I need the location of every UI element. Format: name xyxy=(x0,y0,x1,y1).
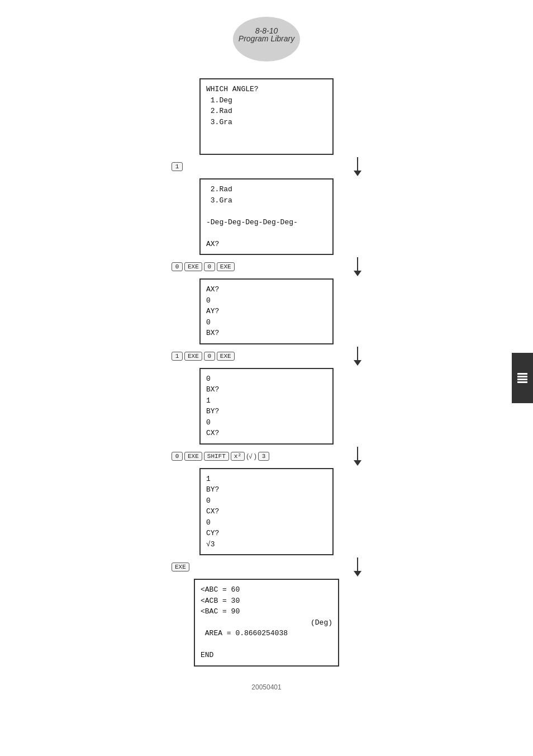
screen6: <ABC = 60 <ACB = 30 <BAC = 90 (Deg) AREA… xyxy=(194,579,339,667)
step1-arrow xyxy=(354,157,361,176)
header-circle: 8-8-10 Program Library xyxy=(233,17,300,62)
footer: 20050401 xyxy=(0,667,533,691)
screen6-line3: <BAC = 90 xyxy=(201,606,332,617)
step4-arrow xyxy=(354,447,361,466)
key-x2: x² xyxy=(231,452,245,461)
key-sqrt-label: (√ ) xyxy=(246,452,256,460)
key-exe3: EXE xyxy=(184,352,202,361)
screen5-line3: 0 xyxy=(206,495,327,507)
step5-arrow xyxy=(354,557,361,577)
screen3-wrap: AX? 0 AY? 0 BX? xyxy=(172,278,361,344)
step3-arrow xyxy=(354,347,361,366)
page-header: 8-8-10 Program Library xyxy=(0,0,533,73)
key-shift: SHIFT xyxy=(204,452,229,461)
screen2-line1: 2.Rad xyxy=(206,184,327,195)
page-id: 8-8-10 xyxy=(233,27,300,35)
screen3-line4: 0 xyxy=(206,317,327,328)
screen6-wrap: <ABC = 60 <ACB = 30 <BAC = 90 (Deg) AREA… xyxy=(172,579,361,667)
screen1-line4: 3.Gra xyxy=(206,117,327,128)
key-0b: 0 xyxy=(204,262,215,271)
screen2-wrap: 2.Rad 3.Gra -Deg-Deg-Deg-Deg-Deg- AX? xyxy=(172,178,361,255)
step5-row: EXE xyxy=(172,557,361,577)
step2-row: 0 EXE 0 EXE xyxy=(172,257,361,276)
screen5-line6: CY? xyxy=(206,528,327,539)
screen6-line4: (Deg) xyxy=(201,617,332,629)
key-1: 1 xyxy=(172,162,183,171)
screen2-line6: AX? xyxy=(206,239,327,250)
screen2-line5 xyxy=(206,228,327,239)
screen3-line1: AX? xyxy=(206,284,327,295)
date-code: 20050401 xyxy=(251,683,281,691)
screen6-line5: AREA = 0.8660254038 xyxy=(201,628,332,639)
key-0a: 0 xyxy=(172,262,183,271)
step3-keys: 1 EXE 0 EXE xyxy=(172,352,235,361)
key-exe1: EXE xyxy=(184,262,202,271)
screen1: WHICH ANGLE? 1.Deg 2.Rad 3.Gra xyxy=(199,78,334,155)
step4-keys: 0 EXE SHIFT x² (√ ) 3 xyxy=(172,452,269,461)
key-exe5: EXE xyxy=(184,452,202,461)
screen6-line2: <ACB = 30 xyxy=(201,596,332,607)
screen5-wrap: 1 BY? 0 CX? 0 CY? √3 xyxy=(172,468,361,556)
screen5-line7: √3 xyxy=(206,539,327,550)
screen4-wrap: 0 BX? 1 BY? 0 CX? xyxy=(172,368,361,445)
main-content: WHICH ANGLE? 1.Deg 2.Rad 3.Gra 1 2.Rad 3… xyxy=(0,73,533,667)
screen6-spacer xyxy=(201,639,332,650)
screen4-line3: 1 xyxy=(206,395,327,407)
page-subtitle: Program Library xyxy=(233,35,300,42)
screen3: AX? 0 AY? 0 BX? xyxy=(199,278,334,344)
calculator-icon xyxy=(517,373,527,383)
screen4-line1: 0 xyxy=(206,374,327,385)
screen2-line4: -Deg-Deg-Deg-Deg-Deg- xyxy=(206,217,327,228)
screen3-line3: AY? xyxy=(206,306,327,317)
step2-arrow xyxy=(354,257,361,276)
screen1-line3: 2.Rad xyxy=(206,106,327,117)
step1-row: 1 xyxy=(172,157,361,176)
key-3: 3 xyxy=(258,452,269,461)
key-exe6: EXE xyxy=(172,563,189,571)
screen4: 0 BX? 1 BY? 0 CX? xyxy=(199,368,334,445)
step2-keys: 0 EXE 0 EXE xyxy=(172,262,235,271)
screen4-line5: 0 xyxy=(206,417,327,428)
screen2-line3 xyxy=(206,206,327,217)
screen1-line2: 1.Deg xyxy=(206,95,327,106)
key-exe2: EXE xyxy=(217,262,235,271)
step3-row: 1 EXE 0 EXE xyxy=(172,347,361,366)
screen1-spacer2 xyxy=(206,139,327,150)
sidebar-tab xyxy=(512,353,533,403)
screen4-line4: BY? xyxy=(206,406,327,417)
screen5-line2: BY? xyxy=(206,484,327,495)
screen3-line2: 0 xyxy=(206,295,327,306)
screen4-line6: CX? xyxy=(206,428,327,439)
key-0d: 0 xyxy=(172,452,183,461)
screen2: 2.Rad 3.Gra -Deg-Deg-Deg-Deg-Deg- AX? xyxy=(199,178,334,255)
screen1-spacer xyxy=(206,127,327,139)
screen5-line1: 1 xyxy=(206,474,327,485)
screen6-line1: <ABC = 60 xyxy=(201,584,332,596)
step1-keys: 1 xyxy=(172,162,183,171)
screen2-line2: 3.Gra xyxy=(206,195,327,206)
screen1-line1: WHICH ANGLE? xyxy=(206,84,327,95)
screen4-line2: BX? xyxy=(206,384,327,395)
step5-keys: EXE xyxy=(172,563,189,571)
screen5: 1 BY? 0 CX? 0 CY? √3 xyxy=(199,468,334,556)
key-1b: 1 xyxy=(172,352,183,361)
key-exe4: EXE xyxy=(217,352,235,361)
screen1-wrap: WHICH ANGLE? 1.Deg 2.Rad 3.Gra xyxy=(172,78,361,155)
screen6-end: END xyxy=(201,650,332,661)
screen5-line4: CX? xyxy=(206,506,327,517)
step4-row: 0 EXE SHIFT x² (√ ) 3 xyxy=(172,447,361,466)
screen3-line5: BX? xyxy=(206,328,327,339)
key-0c: 0 xyxy=(204,352,215,361)
screen5-line5: 0 xyxy=(206,517,327,528)
